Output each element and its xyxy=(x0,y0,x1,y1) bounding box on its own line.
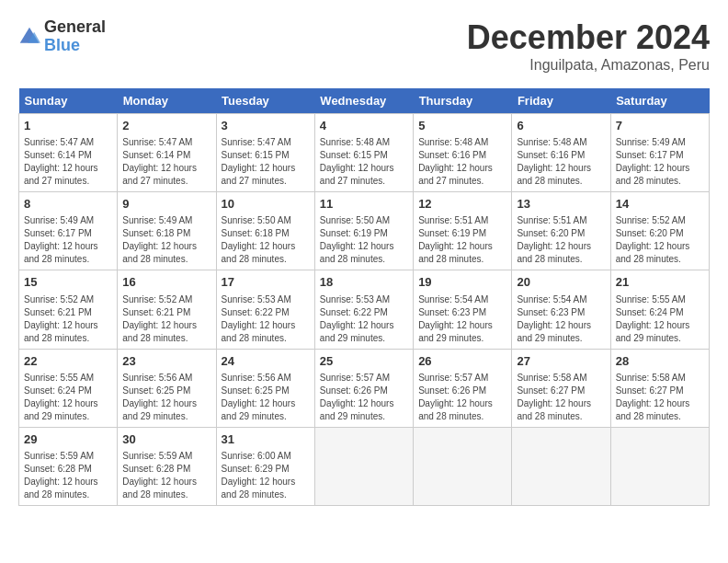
calendar-day-cell: 7Sunrise: 5:49 AM Sunset: 6:17 PM Daylig… xyxy=(610,114,709,192)
day-number: 12 xyxy=(418,196,506,213)
calendar-day-cell: 4Sunrise: 5:48 AM Sunset: 6:15 PM Daylig… xyxy=(314,114,413,192)
day-info: Sunrise: 6:00 AM Sunset: 6:29 PM Dayligh… xyxy=(222,450,310,501)
day-number: 13 xyxy=(517,196,605,213)
calendar-day-cell xyxy=(610,427,709,505)
day-info: Sunrise: 5:54 AM Sunset: 6:23 PM Dayligh… xyxy=(517,293,605,345)
day-info: Sunrise: 5:52 AM Sunset: 6:20 PM Dayligh… xyxy=(616,214,704,266)
logo-text: General Blue xyxy=(44,18,106,55)
calendar-day-cell: 30Sunrise: 5:59 AM Sunset: 6:28 PM Dayli… xyxy=(118,427,216,505)
day-number: 31 xyxy=(222,431,310,448)
day-of-week-header: Wednesday xyxy=(314,88,413,114)
day-info: Sunrise: 5:52 AM Sunset: 6:21 PM Dayligh… xyxy=(24,293,112,345)
day-number: 18 xyxy=(320,274,408,291)
calendar-day-cell: 24Sunrise: 5:56 AM Sunset: 6:25 PM Dayli… xyxy=(216,349,314,427)
calendar-day-cell: 14Sunrise: 5:52 AM Sunset: 6:20 PM Dayli… xyxy=(610,192,709,270)
day-info: Sunrise: 5:56 AM Sunset: 6:25 PM Dayligh… xyxy=(122,372,210,423)
day-info: Sunrise: 5:53 AM Sunset: 6:22 PM Dayligh… xyxy=(320,293,408,345)
calendar-day-cell: 23Sunrise: 5:56 AM Sunset: 6:25 PM Dayli… xyxy=(118,349,216,427)
day-number: 17 xyxy=(222,274,310,291)
calendar-week-row: 15Sunrise: 5:52 AM Sunset: 6:21 PM Dayli… xyxy=(19,270,710,349)
day-info: Sunrise: 5:49 AM Sunset: 6:17 PM Dayligh… xyxy=(616,136,704,188)
day-of-week-header: Saturday xyxy=(610,88,709,114)
day-number: 6 xyxy=(517,118,605,134)
day-number: 1 xyxy=(24,118,112,134)
day-info: Sunrise: 5:47 AM Sunset: 6:15 PM Dayligh… xyxy=(222,136,310,188)
calendar-header-row: SundayMondayTuesdayWednesdayThursdayFrid… xyxy=(19,88,710,114)
day-info: Sunrise: 5:53 AM Sunset: 6:22 PM Dayligh… xyxy=(222,293,310,345)
day-of-week-header: Friday xyxy=(512,88,610,114)
day-info: Sunrise: 5:51 AM Sunset: 6:19 PM Dayligh… xyxy=(418,214,506,266)
day-info: Sunrise: 5:47 AM Sunset: 6:14 PM Dayligh… xyxy=(24,136,112,188)
calendar-day-cell: 17Sunrise: 5:53 AM Sunset: 6:22 PM Dayli… xyxy=(216,270,314,349)
day-of-week-header: Tuesday xyxy=(216,88,314,114)
calendar-day-cell: 11Sunrise: 5:50 AM Sunset: 6:19 PM Dayli… xyxy=(314,192,413,270)
day-of-week-header: Monday xyxy=(118,88,216,114)
day-number: 4 xyxy=(320,118,408,134)
day-number: 25 xyxy=(320,353,408,370)
day-info: Sunrise: 5:50 AM Sunset: 6:18 PM Dayligh… xyxy=(222,214,310,266)
logo-icon xyxy=(18,26,40,48)
day-info: Sunrise: 5:51 AM Sunset: 6:20 PM Dayligh… xyxy=(517,214,605,266)
day-number: 22 xyxy=(24,353,112,370)
day-info: Sunrise: 5:57 AM Sunset: 6:26 PM Dayligh… xyxy=(418,372,506,423)
day-info: Sunrise: 5:48 AM Sunset: 6:15 PM Dayligh… xyxy=(320,136,408,188)
calendar-day-cell: 28Sunrise: 5:58 AM Sunset: 6:27 PM Dayli… xyxy=(610,349,709,427)
calendar-week-row: 29Sunrise: 5:59 AM Sunset: 6:28 PM Dayli… xyxy=(19,427,710,505)
calendar-day-cell: 20Sunrise: 5:54 AM Sunset: 6:23 PM Dayli… xyxy=(512,270,610,349)
calendar-day-cell: 31Sunrise: 6:00 AM Sunset: 6:29 PM Dayli… xyxy=(216,427,314,505)
day-info: Sunrise: 5:47 AM Sunset: 6:14 PM Dayligh… xyxy=(122,136,210,188)
calendar-week-row: 1Sunrise: 5:47 AM Sunset: 6:14 PM Daylig… xyxy=(19,114,710,192)
day-info: Sunrise: 5:48 AM Sunset: 6:16 PM Dayligh… xyxy=(517,136,605,188)
day-info: Sunrise: 5:55 AM Sunset: 6:24 PM Dayligh… xyxy=(24,372,112,423)
calendar-day-cell: 6Sunrise: 5:48 AM Sunset: 6:16 PM Daylig… xyxy=(512,114,610,192)
calendar-day-cell: 2Sunrise: 5:47 AM Sunset: 6:14 PM Daylig… xyxy=(118,114,216,192)
day-number: 21 xyxy=(616,274,704,291)
logo-general: General xyxy=(44,18,106,37)
logo: General Blue xyxy=(18,18,106,55)
day-number: 19 xyxy=(418,274,506,291)
calendar-week-row: 22Sunrise: 5:55 AM Sunset: 6:24 PM Dayli… xyxy=(19,349,710,427)
calendar-day-cell: 13Sunrise: 5:51 AM Sunset: 6:20 PM Dayli… xyxy=(512,192,610,270)
calendar-day-cell: 22Sunrise: 5:55 AM Sunset: 6:24 PM Dayli… xyxy=(19,349,118,427)
calendar-day-cell: 1Sunrise: 5:47 AM Sunset: 6:14 PM Daylig… xyxy=(19,114,118,192)
day-number: 27 xyxy=(517,353,605,370)
calendar-body: 1Sunrise: 5:47 AM Sunset: 6:14 PM Daylig… xyxy=(19,114,710,506)
day-number: 7 xyxy=(616,118,704,134)
day-info: Sunrise: 5:59 AM Sunset: 6:28 PM Dayligh… xyxy=(122,450,210,501)
day-of-week-header: Sunday xyxy=(19,88,118,114)
location-subtitle: Inguilpata, Amazonas, Peru xyxy=(467,57,710,74)
day-number: 11 xyxy=(320,196,408,213)
day-number: 9 xyxy=(122,196,210,213)
calendar-day-cell: 26Sunrise: 5:57 AM Sunset: 6:26 PM Dayli… xyxy=(414,349,512,427)
day-info: Sunrise: 5:50 AM Sunset: 6:19 PM Dayligh… xyxy=(320,214,408,266)
day-number: 30 xyxy=(122,431,210,448)
day-of-week-header: Thursday xyxy=(414,88,512,114)
day-number: 26 xyxy=(418,353,506,370)
day-info: Sunrise: 5:52 AM Sunset: 6:21 PM Dayligh… xyxy=(122,293,210,345)
day-number: 3 xyxy=(222,118,310,134)
day-number: 28 xyxy=(616,353,704,370)
day-number: 8 xyxy=(24,196,112,213)
calendar-day-cell: 8Sunrise: 5:49 AM Sunset: 6:17 PM Daylig… xyxy=(19,192,118,270)
calendar-day-cell: 15Sunrise: 5:52 AM Sunset: 6:21 PM Dayli… xyxy=(19,270,118,349)
calendar-week-row: 8Sunrise: 5:49 AM Sunset: 6:17 PM Daylig… xyxy=(19,192,710,270)
calendar-day-cell: 10Sunrise: 5:50 AM Sunset: 6:18 PM Dayli… xyxy=(216,192,314,270)
day-info: Sunrise: 5:55 AM Sunset: 6:24 PM Dayligh… xyxy=(616,293,704,345)
title-block: December 2024 Inguilpata, Amazonas, Peru xyxy=(467,18,710,74)
day-number: 20 xyxy=(517,274,605,291)
calendar-day-cell: 16Sunrise: 5:52 AM Sunset: 6:21 PM Dayli… xyxy=(118,270,216,349)
logo-blue: Blue xyxy=(44,37,106,55)
calendar-day-cell: 29Sunrise: 5:59 AM Sunset: 6:28 PM Dayli… xyxy=(19,427,118,505)
calendar-table: SundayMondayTuesdayWednesdayThursdayFrid… xyxy=(18,88,710,506)
calendar-day-cell: 3Sunrise: 5:47 AM Sunset: 6:15 PM Daylig… xyxy=(216,114,314,192)
day-number: 5 xyxy=(418,118,506,134)
day-number: 24 xyxy=(222,353,310,370)
calendar-day-cell: 21Sunrise: 5:55 AM Sunset: 6:24 PM Dayli… xyxy=(610,270,709,349)
day-info: Sunrise: 5:48 AM Sunset: 6:16 PM Dayligh… xyxy=(418,136,506,188)
calendar-day-cell xyxy=(314,427,413,505)
day-info: Sunrise: 5:56 AM Sunset: 6:25 PM Dayligh… xyxy=(222,372,310,423)
calendar-day-cell: 27Sunrise: 5:58 AM Sunset: 6:27 PM Dayli… xyxy=(512,349,610,427)
day-info: Sunrise: 5:54 AM Sunset: 6:23 PM Dayligh… xyxy=(418,293,506,345)
day-number: 15 xyxy=(24,274,112,291)
day-info: Sunrise: 5:49 AM Sunset: 6:18 PM Dayligh… xyxy=(122,214,210,266)
